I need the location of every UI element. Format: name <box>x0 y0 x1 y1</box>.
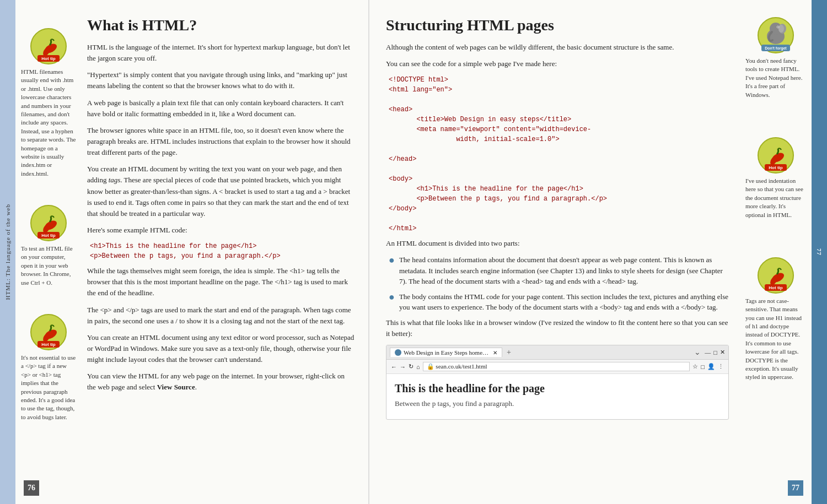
svg-text:Hot tip: Hot tip <box>41 56 55 61</box>
left-para-5: You create an HTML document by writing t… <box>87 164 355 219</box>
right-tip-1-text: You don't need fancy tools to create HTM… <box>745 57 806 99</box>
left-para-7: While the tags themselves might seem for… <box>87 265 355 299</box>
left-para-8: The <p> and </p> tags are used to mark t… <box>87 305 355 327</box>
code-line-2: <p>Between the p tags, you find a paragr… <box>90 252 281 260</box>
bullet-text-1: The head contains information about the … <box>399 254 729 287</box>
left-para-1: HTML is the language of the internet. It… <box>87 42 355 64</box>
browser-window-controls: ⌄ — □ ✕ <box>694 348 725 357</box>
profile-icon[interactable]: 👤 <box>707 363 715 370</box>
menu-icon[interactable]: ⋮ <box>718 363 724 370</box>
code-head-close: </head> <box>389 155 416 163</box>
browser-page-headline: This is the headline for the page <box>395 382 720 395</box>
code-line-1: <h1>This is the headline for the page</h… <box>90 242 256 250</box>
tip-1: Hot tip HTML filenames usually end with … <box>21 28 76 178</box>
close-icon[interactable]: ✕ <box>720 349 725 356</box>
page-number-left: 76 <box>24 480 39 496</box>
right-para-browser: This is what that file looks like in a b… <box>386 317 729 339</box>
bullet-text-2: The body contains the HTML code for your… <box>399 291 729 313</box>
browser-addressbar: ← → ↻ ⌂ 🔒 sean.co.uk/test1.html ☆ □ 👤 ⋮ <box>386 360 728 374</box>
code-body-close: </body> <box>389 205 416 213</box>
right-tip-2-text: I've used indentation here so that you c… <box>745 177 806 219</box>
right-tip-3-text: Tags are not case-sensitive. That means … <box>745 297 806 382</box>
right-tip-3-icon: Hot tip <box>757 257 794 294</box>
lock-icon: 🔒 <box>427 363 434 370</box>
left-sidebar: Hot tip HTML filenames usually end with … <box>15 0 82 504</box>
svg-text:Hot tip: Hot tip <box>769 285 782 290</box>
tip-2-icon: Hot tip <box>30 204 67 242</box>
forward-icon[interactable]: → <box>400 364 406 370</box>
right-main-content: Structuring HTML pages Although the cont… <box>369 0 740 504</box>
bullet-dot-1: ● <box>389 254 395 267</box>
left-para-9: You can create an HTML document using an… <box>87 332 355 365</box>
left-para-3: A web page is basically a plain text fil… <box>87 97 355 120</box>
svg-point-19 <box>778 25 784 32</box>
left-page-title: What is HTML? <box>87 17 355 34</box>
right-tip-3: Hot tip Tags are not case-sensitive. Tha… <box>745 257 806 382</box>
code-h1: <h1>This is the headline for the page</h… <box>389 185 583 193</box>
page-right: Structuring HTML pages Although the cont… <box>369 0 812 504</box>
right-para-2: You can see the code for a simple web pa… <box>386 58 729 69</box>
right-para-after-code: An HTML document is divided into two par… <box>386 238 729 249</box>
tip-3-icon: Hot tip <box>30 313 67 351</box>
left-para-2: "Hypertext" is simply content that you n… <box>87 69 355 91</box>
browser-favicon <box>395 349 401 356</box>
spine-right-text: 77 <box>816 248 823 256</box>
browser-tab-title: Web Design in Easy Steps home… <box>404 349 488 356</box>
bookmark-icon[interactable]: ☆ <box>692 363 698 370</box>
code-meta: <meta name="viewport" content="width=dev… <box>389 126 591 133</box>
new-tab-icon[interactable]: + <box>507 348 511 357</box>
tip-1-icon: Hot tip <box>30 28 67 65</box>
browser-body: This is the headline for the page Betwee… <box>386 374 728 419</box>
minimize-icon[interactable]: — <box>705 349 711 356</box>
left-code-example: <h1>This is the headline for the page</h… <box>87 241 355 261</box>
maximize-icon[interactable]: □ <box>713 349 717 356</box>
code-title: <title>Web Design in easy steps</title> <box>389 116 571 123</box>
svg-text:Hot tip: Hot tip <box>41 342 55 347</box>
code-body-open: <body> <box>389 175 412 183</box>
tip-2-text: To test an HTML file on your computer, o… <box>21 245 76 287</box>
right-tip-1-icon: Don't forget <box>757 17 794 54</box>
bullet-item-1: ● The head contains information about th… <box>389 254 729 287</box>
page-number-right: 77 <box>788 480 803 496</box>
right-sidebar: Don't forget You don't need fancy tools … <box>740 0 812 504</box>
code-head-open: <head> <box>389 106 412 113</box>
page-left: Hot tip HTML filenames usually end with … <box>15 0 368 504</box>
right-page-title: Structuring HTML pages <box>386 17 729 34</box>
code-html-open: <html lang="en"> <box>389 86 452 94</box>
spine-left: HTML: The language of the web <box>0 0 15 504</box>
right-tip-1: Don't forget You don't need fancy tools … <box>745 17 806 99</box>
extensions-icon[interactable]: □ <box>701 364 705 370</box>
dropdown-icon[interactable]: ⌄ <box>694 348 701 357</box>
right-tip-2: Hot tip I've used indentation here so th… <box>745 137 806 219</box>
refresh-icon[interactable]: ↻ <box>409 363 414 370</box>
bullet-list: ● The head contains information about th… <box>389 254 729 313</box>
svg-point-21 <box>777 26 778 28</box>
left-main-content: What is HTML? HTML is the language of th… <box>82 0 368 504</box>
browser-mockup: Web Design in Easy Steps home… ✕ + ⌄ — □… <box>386 345 729 420</box>
bullet-dot-2: ● <box>389 291 395 304</box>
svg-text:Hot tip: Hot tip <box>41 233 55 238</box>
spine-left-text: HTML: The language of the web <box>4 204 11 300</box>
code-html-close: </html> <box>389 225 416 232</box>
right-tip-2-icon: Hot tip <box>757 137 794 174</box>
browser-tab[interactable]: Web Design in Easy Steps home… ✕ <box>390 348 502 357</box>
right-code-block: <!DOCTYPE html> <html lang="en"> <head> … <box>386 75 729 234</box>
spine-right: 77 <box>812 0 827 504</box>
tip-2: Hot tip To test an HTML file on your com… <box>21 204 76 287</box>
svg-text:Don't forget: Don't forget <box>765 46 787 51</box>
left-para-10: You can view the HTML for any web page o… <box>87 371 355 393</box>
browser-page-para: Between the p tags, you find a paragraph… <box>395 399 720 408</box>
home-icon[interactable]: ⌂ <box>416 364 420 370</box>
url-text: sean.co.uk/test1.html <box>436 363 487 370</box>
code-meta-2: width, initial-scale=1.0"> <box>389 136 560 143</box>
back-icon[interactable]: ← <box>391 364 397 370</box>
browser-url-bar[interactable]: 🔒 sean.co.uk/test1.html <box>423 362 690 371</box>
tip-1-text: HTML filenames usually end with .htm or … <box>21 68 76 178</box>
bullet-item-2: ● The body contains the HTML code for yo… <box>389 291 729 313</box>
close-tab-icon[interactable]: ✕ <box>493 350 497 356</box>
right-para-1: Although the content of web pages can be… <box>386 42 729 53</box>
code-doctype: <!DOCTYPE html> <box>389 76 448 84</box>
left-para-4: The browser ignores white space in an HT… <box>87 125 355 158</box>
tip-3-text: It's not essential to use a </p> tag if … <box>21 354 76 421</box>
svg-text:Hot tip: Hot tip <box>769 165 782 170</box>
